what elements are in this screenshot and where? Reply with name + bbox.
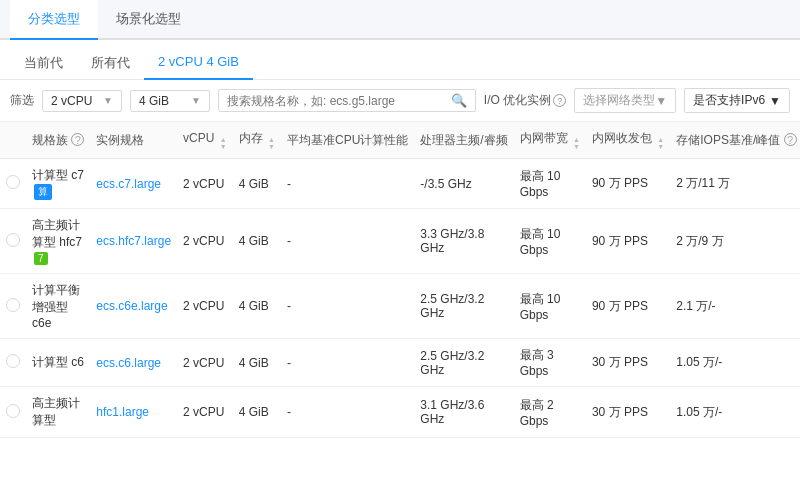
table-header-row: 规格族 ? 实例规格 vCPU ▲▼ 内存 ▲▼ 平均基准CPU计算性能 处理器… <box>0 122 800 159</box>
cell-spec: ecs.c6e.large <box>90 274 177 339</box>
th-mem: 内存 ▲▼ <box>233 122 281 159</box>
ipv6-select[interactable]: 是否支持IPv6 ▼ <box>684 88 790 113</box>
cell-family: 高主频计算型 <box>26 387 90 438</box>
table-row[interactable]: 计算平衡增强型 c6eecs.c6e.large2 vCPU4 GiB-2.5 … <box>0 274 800 339</box>
network-type-value: 选择网络类型 <box>583 92 655 109</box>
table-row[interactable]: 计算型 c6ecs.c6.large2 vCPU4 GiB-2.5 GHz/3.… <box>0 339 800 387</box>
cell-iops: 2 万/11 万 <box>670 159 800 209</box>
cell-iops: 2 万/9 万 <box>670 209 800 274</box>
vcpu-value: 2 vCPU <box>51 94 92 108</box>
cell-cpu-freq: 3.3 GHz/3.8 GHz <box>414 209 513 274</box>
mem-value: 4 GiB <box>139 94 169 108</box>
subtab-all[interactable]: 所有代 <box>77 48 144 80</box>
mem-caret-icon: ▼ <box>191 95 201 106</box>
th-vcpu: vCPU ▲▼ <box>177 122 233 159</box>
row-radio[interactable] <box>6 233 20 247</box>
th-spec: 实例规格 <box>90 122 177 159</box>
table-wrap: 规格族 ? 实例规格 vCPU ▲▼ 内存 ▲▼ 平均基准CPU计算性能 处理器… <box>0 122 800 500</box>
table-row[interactable]: 计算型 c7 算ecs.c7.large2 vCPU4 GiB--/3.5 GH… <box>0 159 800 209</box>
th-cpu-freq: 处理器主频/睿频 <box>414 122 513 159</box>
cell-net-bw: 最高 10 Gbps <box>514 159 586 209</box>
row-radio[interactable] <box>6 404 20 418</box>
cell-cpu-perf: - <box>281 159 414 209</box>
cell-cpu-perf: - <box>281 339 414 387</box>
cell-mem: 4 GiB <box>233 274 281 339</box>
cell-family: 计算型 c7 算 <box>26 159 90 209</box>
cell-vcpu: 2 vCPU <box>177 209 233 274</box>
ipv6-caret-icon: ▼ <box>769 94 781 108</box>
cell-net-bw: 最高 10 Gbps <box>514 209 586 274</box>
filter-label: 筛选 <box>10 92 34 109</box>
vcpu-select[interactable]: 2 vCPU ▼ <box>42 90 122 112</box>
sub-tabs: 当前代 所有代 2 vCPU 4 GiB <box>0 40 800 80</box>
io-label: I/O 优化实例 ? <box>484 92 566 109</box>
subtab-current[interactable]: 当前代 <box>10 48 77 80</box>
io-help-icon[interactable]: ? <box>553 94 566 107</box>
cell-mem: 4 GiB <box>233 159 281 209</box>
instance-table: 规格族 ? 实例规格 vCPU ▲▼ 内存 ▲▼ 平均基准CPU计算性能 处理器… <box>0 122 800 438</box>
cell-family: 高主频计算型 hfc7 7 <box>26 209 90 274</box>
cell-mem: 4 GiB <box>233 209 281 274</box>
cell-iops: 1.05 万/- <box>670 387 800 438</box>
cell-pps: 30 万 PPS <box>586 387 670 438</box>
cell-family: 计算型 c6 <box>26 339 90 387</box>
pps-sort-icon[interactable]: ▲▼ <box>657 136 664 150</box>
table-body: 计算型 c7 算ecs.c7.large2 vCPU4 GiB--/3.5 GH… <box>0 159 800 438</box>
cell-vcpu: 2 vCPU <box>177 274 233 339</box>
cell-vcpu: 2 vCPU <box>177 339 233 387</box>
th-pps: 内网收发包 ▲▼ <box>586 122 670 159</box>
search-box[interactable]: 🔍 <box>218 89 476 112</box>
mem-select[interactable]: 4 GiB ▼ <box>130 90 210 112</box>
th-cpu-perf: 平均基准CPU计算性能 <box>281 122 414 159</box>
cell-cpu-freq: 3.1 GHz/3.6 GHz <box>414 387 513 438</box>
cell-spec: hfc1.large <box>90 387 177 438</box>
cell-vcpu: 2 vCPU <box>177 159 233 209</box>
mem-sort-icon[interactable]: ▲▼ <box>268 136 275 150</box>
cell-cpu-freq: 2.5 GHz/3.2 GHz <box>414 339 513 387</box>
family-help-icon[interactable]: ? <box>71 133 84 146</box>
cell-cpu-perf: - <box>281 387 414 438</box>
cell-mem: 4 GiB <box>233 387 281 438</box>
search-icon: 🔍 <box>451 93 467 108</box>
network-type-select[interactable]: 选择网络类型 ▼ <box>574 88 676 113</box>
row-radio[interactable] <box>6 298 20 312</box>
network-caret-icon: ▼ <box>655 94 667 108</box>
cell-iops: 1.05 万/- <box>670 339 800 387</box>
cell-pps: 90 万 PPS <box>586 209 670 274</box>
row-radio[interactable] <box>6 175 20 189</box>
top-tabs: 分类选型 场景化选型 <box>0 0 800 40</box>
vcpu-sort-icon[interactable]: ▲▼ <box>220 136 227 150</box>
row-radio[interactable] <box>6 354 20 368</box>
cell-net-bw: 最高 3 Gbps <box>514 339 586 387</box>
th-select <box>0 122 26 159</box>
cell-net-bw: 最高 2 Gbps <box>514 387 586 438</box>
table-row[interactable]: 高主频计算型hfc1.large2 vCPU4 GiB-3.1 GHz/3.6 … <box>0 387 800 438</box>
cell-pps: 30 万 PPS <box>586 339 670 387</box>
net-sort-icon[interactable]: ▲▼ <box>573 136 580 150</box>
cell-cpu-perf: - <box>281 209 414 274</box>
cell-spec: ecs.c7.large <box>90 159 177 209</box>
cell-cpu-perf: - <box>281 274 414 339</box>
cell-spec: ecs.hfc7.large <box>90 209 177 274</box>
th-family: 规格族 ? <box>26 122 90 159</box>
cell-vcpu: 2 vCPU <box>177 387 233 438</box>
iops-help-icon[interactable]: ? <box>784 133 797 146</box>
table-row[interactable]: 高主频计算型 hfc7 7ecs.hfc7.large2 vCPU4 GiB-3… <box>0 209 800 274</box>
search-input[interactable] <box>227 94 451 108</box>
th-net-bw: 内网带宽 ▲▼ <box>514 122 586 159</box>
cell-family: 计算平衡增强型 c6e <box>26 274 90 339</box>
cell-cpu-freq: 2.5 GHz/3.2 GHz <box>414 274 513 339</box>
subtab-2vcpu4gib[interactable]: 2 vCPU 4 GiB <box>144 48 253 80</box>
filter-bar: 筛选 2 vCPU ▼ 4 GiB ▼ 🔍 I/O 优化实例 ? 选择网络类型 … <box>0 80 800 122</box>
cell-iops: 2.1 万/- <box>670 274 800 339</box>
tab-category[interactable]: 分类选型 <box>10 0 98 40</box>
cell-net-bw: 最高 10 Gbps <box>514 274 586 339</box>
cell-mem: 4 GiB <box>233 339 281 387</box>
cell-cpu-freq: -/3.5 GHz <box>414 159 513 209</box>
vcpu-caret-icon: ▼ <box>103 95 113 106</box>
cell-pps: 90 万 PPS <box>586 159 670 209</box>
cell-pps: 90 万 PPS <box>586 274 670 339</box>
ipv6-value: 是否支持IPv6 <box>693 92 765 109</box>
tab-scene[interactable]: 场景化选型 <box>98 0 199 40</box>
cell-spec: ecs.c6.large <box>90 339 177 387</box>
